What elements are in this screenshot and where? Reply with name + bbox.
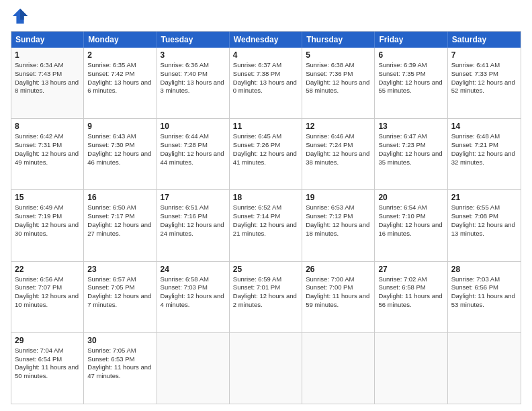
day-number: 6 [378, 50, 443, 60]
day-info: Sunrise: 6:42 AM Sunset: 7:31 PM Dayligh… [15, 132, 80, 167]
day-info: Sunrise: 6:34 AM Sunset: 7:43 PM Dayligh… [15, 61, 80, 95]
day-number: 17 [161, 193, 226, 202]
day-number: 24 [161, 265, 226, 274]
cal-week-3: 15Sunrise: 6:49 AM Sunset: 7:19 PM Dayli… [11, 190, 521, 261]
cal-header-monday: Monday [84, 32, 157, 48]
day-number: 8 [15, 122, 80, 131]
day-number: 4 [233, 50, 298, 60]
cal-cell-3-7: 21Sunrise: 6:55 AM Sunset: 7:08 PM Dayli… [448, 190, 521, 261]
cal-cell-5-6 [375, 333, 447, 404]
cal-cell-3-5: 19Sunrise: 6:53 AM Sunset: 7:12 PM Dayli… [302, 190, 375, 261]
day-number: 16 [87, 193, 152, 202]
day-number: 12 [306, 122, 371, 131]
logo [11, 7, 32, 26]
cal-cell-2-6: 13Sunrise: 6:47 AM Sunset: 7:23 PM Dayli… [375, 119, 447, 189]
day-number: 30 [87, 336, 152, 345]
cal-cell-5-4 [230, 333, 302, 404]
day-number: 19 [306, 193, 371, 202]
cal-cell-3-3: 17Sunrise: 6:51 AM Sunset: 7:16 PM Dayli… [157, 190, 230, 261]
cal-cell-4-4: 25Sunrise: 6:59 AM Sunset: 7:01 PM Dayli… [230, 262, 302, 332]
cal-cell-4-2: 23Sunrise: 6:57 AM Sunset: 7:05 PM Dayli… [84, 262, 157, 332]
day-info: Sunrise: 6:38 AM Sunset: 7:36 PM Dayligh… [306, 61, 371, 95]
day-number: 18 [233, 193, 298, 202]
cal-cell-3-1: 15Sunrise: 6:49 AM Sunset: 7:19 PM Dayli… [11, 190, 84, 261]
cal-cell-5-2: 30Sunrise: 7:05 AM Sunset: 6:53 PM Dayli… [84, 333, 157, 404]
cal-cell-1-7: 7Sunrise: 6:41 AM Sunset: 7:33 PM Daylig… [448, 48, 521, 118]
day-number: 29 [15, 336, 80, 345]
day-info: Sunrise: 6:45 AM Sunset: 7:26 PM Dayligh… [233, 132, 298, 167]
cal-cell-2-3: 10Sunrise: 6:44 AM Sunset: 7:28 PM Dayli… [157, 119, 230, 189]
day-info: Sunrise: 6:52 AM Sunset: 7:14 PM Dayligh… [233, 203, 298, 238]
svg-marker-1 [20, 9, 28, 20]
day-number: 10 [161, 122, 226, 131]
day-number: 11 [233, 122, 298, 131]
cal-week-5: 29Sunrise: 7:04 AM Sunset: 6:54 PM Dayli… [11, 333, 521, 404]
cal-cell-1-3: 3Sunrise: 6:36 AM Sunset: 7:40 PM Daylig… [157, 48, 230, 118]
day-info: Sunrise: 6:55 AM Sunset: 7:08 PM Dayligh… [451, 203, 517, 238]
day-info: Sunrise: 6:48 AM Sunset: 7:21 PM Dayligh… [451, 132, 517, 167]
day-number: 5 [306, 50, 371, 60]
cal-cell-3-2: 16Sunrise: 6:50 AM Sunset: 7:17 PM Dayli… [84, 190, 157, 261]
day-number: 27 [378, 265, 443, 274]
day-number: 1 [15, 50, 80, 60]
day-info: Sunrise: 6:53 AM Sunset: 7:12 PM Dayligh… [306, 203, 371, 238]
day-number: 23 [87, 265, 152, 274]
cal-cell-3-4: 18Sunrise: 6:52 AM Sunset: 7:14 PM Dayli… [230, 190, 302, 261]
day-info: Sunrise: 7:00 AM Sunset: 7:00 PM Dayligh… [306, 275, 371, 310]
day-info: Sunrise: 6:58 AM Sunset: 7:03 PM Dayligh… [161, 275, 226, 310]
cal-week-1: 1Sunrise: 6:34 AM Sunset: 7:43 PM Daylig… [11, 48, 521, 119]
cal-cell-5-1: 29Sunrise: 7:04 AM Sunset: 6:54 PM Dayli… [11, 333, 84, 404]
cal-cell-5-5 [302, 333, 375, 404]
day-number: 15 [15, 193, 80, 202]
day-info: Sunrise: 7:02 AM Sunset: 6:58 PM Dayligh… [378, 275, 443, 310]
cal-cell-2-1: 8Sunrise: 6:42 AM Sunset: 7:31 PM Daylig… [11, 119, 84, 189]
day-number: 3 [161, 50, 226, 60]
day-info: Sunrise: 6:39 AM Sunset: 7:35 PM Dayligh… [378, 61, 443, 95]
day-info: Sunrise: 6:44 AM Sunset: 7:28 PM Dayligh… [161, 132, 226, 167]
cal-header-sunday: Sunday [11, 32, 84, 48]
day-number: 2 [87, 50, 152, 60]
day-info: Sunrise: 6:57 AM Sunset: 7:05 PM Dayligh… [87, 275, 152, 310]
cal-cell-4-1: 22Sunrise: 6:56 AM Sunset: 7:07 PM Dayli… [11, 262, 84, 332]
day-number: 14 [451, 122, 517, 131]
day-info: Sunrise: 7:05 AM Sunset: 6:53 PM Dayligh… [87, 347, 152, 381]
day-info: Sunrise: 6:46 AM Sunset: 7:24 PM Dayligh… [306, 132, 371, 167]
cal-header-saturday: Saturday [448, 32, 521, 48]
cal-cell-4-5: 26Sunrise: 7:00 AM Sunset: 7:00 PM Dayli… [302, 262, 375, 332]
day-info: Sunrise: 7:04 AM Sunset: 6:54 PM Dayligh… [15, 347, 80, 381]
day-number: 21 [451, 193, 517, 202]
day-info: Sunrise: 6:51 AM Sunset: 7:16 PM Dayligh… [161, 203, 226, 238]
day-number: 26 [306, 265, 371, 274]
day-number: 13 [378, 122, 443, 131]
day-info: Sunrise: 6:56 AM Sunset: 7:07 PM Dayligh… [15, 275, 80, 310]
cal-cell-5-3 [157, 333, 230, 404]
cal-cell-3-6: 20Sunrise: 6:54 AM Sunset: 7:10 PM Dayli… [375, 190, 447, 261]
header [11, 7, 521, 26]
cal-cell-4-3: 24Sunrise: 6:58 AM Sunset: 7:03 PM Dayli… [157, 262, 230, 332]
cal-cell-4-7: 28Sunrise: 7:03 AM Sunset: 6:56 PM Dayli… [448, 262, 521, 332]
day-info: Sunrise: 6:37 AM Sunset: 7:38 PM Dayligh… [233, 61, 298, 95]
cal-cell-2-4: 11Sunrise: 6:45 AM Sunset: 7:26 PM Dayli… [230, 119, 302, 189]
cal-cell-1-2: 2Sunrise: 6:35 AM Sunset: 7:42 PM Daylig… [84, 48, 157, 118]
day-number: 25 [233, 265, 298, 274]
day-info: Sunrise: 6:59 AM Sunset: 7:01 PM Dayligh… [233, 275, 298, 310]
day-number: 7 [451, 50, 517, 60]
day-info: Sunrise: 6:49 AM Sunset: 7:19 PM Dayligh… [15, 203, 80, 238]
logo-icon [11, 7, 30, 26]
cal-header-thursday: Thursday [302, 32, 375, 48]
day-info: Sunrise: 6:36 AM Sunset: 7:40 PM Dayligh… [161, 61, 226, 95]
day-info: Sunrise: 7:03 AM Sunset: 6:56 PM Dayligh… [451, 275, 517, 310]
day-info: Sunrise: 6:35 AM Sunset: 7:42 PM Dayligh… [87, 61, 152, 95]
cal-week-4: 22Sunrise: 6:56 AM Sunset: 7:07 PM Dayli… [11, 262, 521, 333]
cal-header-friday: Friday [375, 32, 447, 48]
day-info: Sunrise: 6:43 AM Sunset: 7:30 PM Dayligh… [87, 132, 152, 167]
calendar: SundayMondayTuesdayWednesdayThursdayFrid… [11, 31, 521, 404]
cal-cell-4-6: 27Sunrise: 7:02 AM Sunset: 6:58 PM Dayli… [375, 262, 447, 332]
day-number: 22 [15, 265, 80, 274]
day-number: 20 [378, 193, 443, 202]
day-info: Sunrise: 6:50 AM Sunset: 7:17 PM Dayligh… [87, 203, 152, 238]
calendar-body: 1Sunrise: 6:34 AM Sunset: 7:43 PM Daylig… [11, 48, 521, 404]
cal-cell-2-7: 14Sunrise: 6:48 AM Sunset: 7:21 PM Dayli… [448, 119, 521, 189]
day-info: Sunrise: 6:41 AM Sunset: 7:33 PM Dayligh… [451, 61, 517, 95]
page: SundayMondayTuesdayWednesdayThursdayFrid… [0, 0, 532, 411]
